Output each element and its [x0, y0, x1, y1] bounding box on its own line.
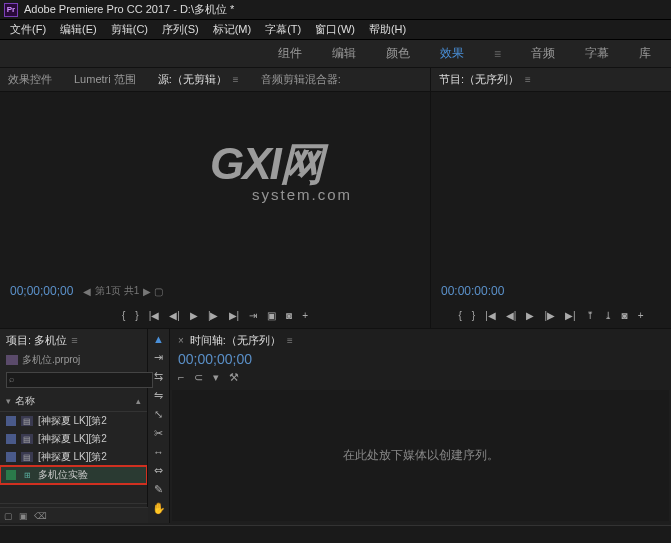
- menu-marker[interactable]: 标记(M): [207, 20, 258, 39]
- settings-icon[interactable]: ⚒: [229, 371, 239, 384]
- label-swatch: [6, 470, 16, 480]
- timeline-timecode[interactable]: 00;00;00;00: [170, 351, 671, 367]
- clip-icon: ▤: [21, 434, 33, 444]
- mark-out-icon[interactable]: }: [135, 310, 138, 321]
- hand-tool-icon[interactable]: ✋: [151, 502, 167, 515]
- source-frame-nav: ◀ 第1页 共1 ▶ ▢: [83, 284, 163, 298]
- timeline-drop-area[interactable]: 在此处放下媒体以创建序列。: [172, 390, 669, 521]
- program-timecode[interactable]: 00:00:00:00: [441, 284, 504, 298]
- tab-effect-controls[interactable]: 效果控件: [8, 72, 52, 87]
- p-add-button-icon[interactable]: +: [638, 310, 644, 321]
- track-select-tool-icon[interactable]: ⇥: [151, 351, 167, 364]
- search-icon: ⌕: [9, 374, 14, 384]
- menu-title[interactable]: 字幕(T): [259, 20, 307, 39]
- column-name[interactable]: 名称: [15, 394, 35, 408]
- timeline-title[interactable]: 时间轴:（无序列）: [190, 333, 281, 348]
- program-panel: 节目:（无序列） ≡ 00:00:00:00 { } |◀ ◀| ▶ |▶ ▶|…: [431, 68, 671, 328]
- tab-program[interactable]: 节目:（无序列）: [439, 72, 519, 87]
- p-mark-out-icon[interactable]: }: [472, 310, 475, 321]
- source-transport: { } |◀ ◀| ▶ |▶ ▶| ⇥ ▣ ◙ +: [0, 302, 430, 328]
- slip-tool-icon[interactable]: ↔: [151, 446, 167, 458]
- menu-help[interactable]: 帮助(H): [363, 20, 412, 39]
- project-item[interactable]: ▤ [神探夏 LK][第2: [0, 430, 147, 448]
- menu-window[interactable]: 窗口(W): [309, 20, 361, 39]
- marker-icon[interactable]: ▾: [213, 371, 219, 384]
- pen-tool-icon[interactable]: ✎: [151, 483, 167, 496]
- p-go-in-icon[interactable]: |◀: [485, 310, 496, 321]
- workspace-menu-icon[interactable]: ≡: [494, 47, 501, 61]
- source-tab-menu-icon[interactable]: ≡: [233, 74, 239, 85]
- project-item-sequence[interactable]: ⊞ 多机位实验: [0, 466, 147, 484]
- p-extract-icon[interactable]: ⤓: [604, 310, 612, 321]
- menu-file[interactable]: 文件(F): [4, 20, 52, 39]
- workspace-tab-color[interactable]: 颜色: [386, 45, 410, 62]
- workspace-tab-libraries[interactable]: 库: [639, 45, 651, 62]
- selection-tool-icon[interactable]: ▲: [151, 333, 167, 345]
- source-viewer[interactable]: [0, 92, 430, 280]
- project-panel-title[interactable]: 项目: 多机位: [6, 333, 67, 348]
- frame-prev-icon[interactable]: ◀: [83, 286, 91, 297]
- program-tab-menu-icon[interactable]: ≡: [525, 74, 531, 85]
- project-item-label: [神探夏 LK][第2: [38, 432, 107, 446]
- project-item[interactable]: ▤ [神探夏 LK][第2: [0, 448, 147, 466]
- slide-tool-icon[interactable]: ⇔: [151, 464, 167, 477]
- menu-edit[interactable]: 编辑(E): [54, 20, 103, 39]
- clip-icon: ▤: [21, 452, 33, 462]
- go-in-icon[interactable]: |◀: [149, 310, 160, 321]
- insert-icon[interactable]: ⇥: [249, 310, 257, 321]
- column-sort-icon[interactable]: ▴: [136, 396, 141, 406]
- column-twirl-icon[interactable]: ▾: [6, 396, 11, 406]
- razor-tool-icon[interactable]: ✂: [151, 427, 167, 440]
- project-menu-icon[interactable]: ≡: [71, 334, 77, 346]
- p-go-out-icon[interactable]: ▶|: [565, 310, 576, 321]
- workspace-tab-effects[interactable]: 效果: [440, 45, 464, 62]
- mark-in-icon[interactable]: {: [122, 310, 125, 321]
- close-timeline-icon[interactable]: ×: [178, 335, 184, 346]
- label-swatch: [6, 452, 16, 462]
- p-step-fwd-icon[interactable]: |▶: [544, 310, 555, 321]
- mini-new-bin-icon[interactable]: ▢: [4, 511, 13, 521]
- project-search-input[interactable]: [6, 372, 153, 388]
- workspace-tab-audio[interactable]: 音频: [531, 45, 555, 62]
- mini-toolbar: ▢ ▣ ⌫: [0, 507, 148, 523]
- source-timecode[interactable]: 00;00;00;00: [10, 284, 73, 298]
- program-panel-tabs: 节目:（无序列） ≡: [431, 68, 671, 92]
- p-lift-icon[interactable]: ⤒: [586, 310, 594, 321]
- workspace-tab-titles[interactable]: 字幕: [585, 45, 609, 62]
- snap-icon[interactable]: ⌐: [178, 371, 184, 384]
- tab-audio-clip-mixer[interactable]: 音频剪辑混合器:: [261, 72, 341, 87]
- mini-new-item-icon[interactable]: ▣: [19, 511, 28, 521]
- linked-selection-icon[interactable]: ⊂: [194, 371, 203, 384]
- timeline-panel: × 时间轴:（无序列） ≡ 00;00;00;00 ⌐ ⊂ ▾ ⚒ 在此处放下媒…: [170, 329, 671, 523]
- menu-sequence[interactable]: 序列(S): [156, 20, 205, 39]
- label-swatch: [6, 434, 16, 444]
- step-fwd-icon[interactable]: |▶: [208, 310, 219, 321]
- program-transport: { } |◀ ◀| ▶ |▶ ▶| ⤒ ⤓ ◙ +: [431, 302, 671, 328]
- rolling-tool-icon[interactable]: ⇋: [151, 389, 167, 402]
- frame-next-icon[interactable]: ▶ ▢: [143, 286, 163, 297]
- p-export-frame-icon[interactable]: ◙: [622, 310, 628, 321]
- sequence-icon: ⊞: [21, 470, 33, 480]
- menu-clip[interactable]: 剪辑(C): [105, 20, 154, 39]
- window-title: Adobe Premiere Pro CC 2017 - D:\多机位 *: [24, 2, 234, 17]
- project-panel: 项目: 多机位 ≡ 多机位.prproj ⌕ ▣ ▾ 名称 ▴ ▤ [神探夏 L…: [0, 329, 148, 523]
- mini-clear-icon[interactable]: ⌫: [34, 511, 47, 521]
- p-mark-in-icon[interactable]: {: [458, 310, 461, 321]
- workspace-tab-assembly[interactable]: 组件: [278, 45, 302, 62]
- program-viewer[interactable]: [431, 92, 671, 280]
- rate-stretch-tool-icon[interactable]: ⤡: [151, 408, 167, 421]
- project-item-label: [神探夏 LK][第2: [38, 450, 107, 464]
- tab-lumetri-scopes[interactable]: Lumetri 范围: [74, 72, 136, 87]
- export-frame-icon[interactable]: ◙: [286, 310, 292, 321]
- overwrite-icon[interactable]: ▣: [267, 310, 276, 321]
- p-play-icon[interactable]: ▶: [526, 310, 534, 321]
- step-back-icon[interactable]: ◀|: [169, 310, 180, 321]
- timeline-menu-icon[interactable]: ≡: [287, 335, 293, 346]
- go-out-icon[interactable]: ▶|: [229, 310, 240, 321]
- play-icon[interactable]: ▶: [190, 310, 198, 321]
- tab-source[interactable]: 源:（无剪辑）: [158, 72, 227, 87]
- p-step-back-icon[interactable]: ◀|: [506, 310, 517, 321]
- add-button-icon[interactable]: +: [302, 310, 308, 321]
- project-item[interactable]: ▤ [神探夏 LK][第2: [0, 412, 147, 430]
- workspace-tab-editing[interactable]: 编辑: [332, 45, 356, 62]
